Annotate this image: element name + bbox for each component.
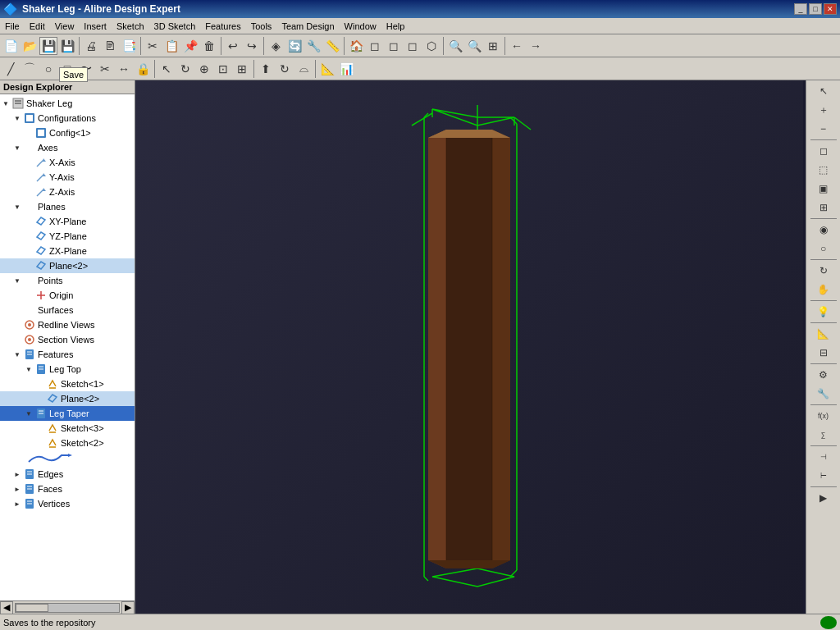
tree-node-yz-plane[interactable]: YZ-Plane: [0, 229, 135, 244]
rt-link-icon[interactable]: ⊢: [810, 467, 838, 485]
rotate-view-button[interactable]: ↻: [176, 60, 194, 78]
tree-node-axes[interactable]: ▼Axes: [0, 140, 135, 155]
menu-item-file[interactable]: File: [0, 20, 25, 33]
close-button[interactable]: ✕: [824, 3, 837, 15]
rt-plus-icon[interactable]: ＋: [810, 101, 838, 119]
select-tool-button[interactable]: ↖: [158, 60, 176, 78]
rt-shaded-icon[interactable]: ◉: [810, 221, 838, 239]
rt-light-icon[interactable]: 💡: [810, 303, 838, 321]
menu-item-edit[interactable]: Edit: [25, 20, 50, 33]
sketch-constraint-button[interactable]: 🔒: [134, 60, 152, 78]
tree-node-zx-plane[interactable]: ZX-Plane: [0, 244, 135, 258]
scrollbar-thumb[interactable]: [16, 604, 48, 612]
restore-button[interactable]: □: [809, 3, 822, 15]
delete-button[interactable]: 🗑: [200, 37, 218, 55]
tree-node-x-axis[interactable]: X-Axis: [0, 155, 135, 170]
rt-view4-icon[interactable]: ⊞: [810, 199, 838, 217]
tree-expand-faces[interactable]: ►: [11, 483, 23, 495]
tree-node-leg-top[interactable]: ▼Leg Top: [0, 362, 135, 377]
print-button[interactable]: 🖨: [82, 37, 100, 55]
rt-view1-icon[interactable]: ◻: [810, 142, 838, 160]
tree-area[interactable]: ▼Shaker Leg▼ConfigurationsConfig<1>▼Axes…: [0, 94, 135, 600]
tree-expand-leg-top[interactable]: ▼: [23, 363, 34, 375]
tree-expand-points[interactable]: ▼: [11, 275, 23, 286]
tree-node-plane2[interactable]: Plane<2>: [0, 258, 135, 273]
menu-item-window[interactable]: Window: [340, 20, 381, 33]
tree-node-y-axis[interactable]: Y-Axis: [0, 170, 135, 185]
tree-expand-configurations[interactable]: ▼: [11, 112, 23, 124]
view-home[interactable]: 🏠: [347, 37, 365, 55]
zoom-in-button[interactable]: 🔍: [446, 37, 464, 55]
rt-view2-icon[interactable]: ⬚: [810, 161, 838, 179]
tree-node-origin[interactable]: Origin: [0, 288, 135, 303]
rt-rotate-icon[interactable]: ↻: [810, 262, 838, 280]
pan-right-button[interactable]: →: [527, 37, 545, 55]
tree-node-configurations[interactable]: ▼Configurations: [0, 111, 135, 126]
rt-formula-icon[interactable]: ∑: [810, 426, 838, 444]
zoom-fit2-button[interactable]: ⊞: [233, 60, 251, 78]
tree-expand-leg-taper[interactable]: ▼: [23, 408, 34, 419]
rotate-button[interactable]: 🔄: [285, 37, 304, 55]
pan-left-button[interactable]: ←: [508, 37, 526, 55]
zoom-fit-button[interactable]: ⊞: [484, 37, 502, 55]
rt-settings-icon[interactable]: 🔧: [810, 385, 838, 403]
open-button[interactable]: 📂: [21, 37, 39, 55]
rt-collapse-icon[interactable]: ▶: [810, 489, 838, 507]
tree-node-xy-plane[interactable]: XY-Plane: [0, 214, 135, 229]
tree-node-surfaces[interactable]: Surfaces: [0, 303, 135, 317]
measure-button[interactable]: 📏: [323, 37, 341, 55]
menu-item-insert[interactable]: Insert: [79, 20, 112, 33]
analysis-button[interactable]: 📊: [337, 60, 355, 78]
tree-expand-planes[interactable]: ▼: [11, 201, 23, 212]
scroll-left-button[interactable]: ◀: [0, 601, 13, 614]
menu-item-help[interactable]: Help: [381, 20, 410, 33]
tree-scrollbar[interactable]: ◀ ▶: [0, 600, 135, 614]
tree-node-redline-views[interactable]: Redline Views: [0, 317, 135, 332]
tree-expand-shaker-leg[interactable]: ▼: [0, 98, 11, 109]
menu-item-sketch[interactable]: Sketch: [112, 20, 149, 33]
rt-section-icon[interactable]: ⊟: [810, 344, 838, 362]
select-button[interactable]: ◈: [267, 37, 285, 55]
menu-item-tools[interactable]: Tools: [246, 20, 277, 33]
rt-measure-icon[interactable]: 📐: [810, 325, 838, 343]
tree-node-points[interactable]: ▼Points: [0, 273, 135, 288]
zoom-extent-button[interactable]: ⊡: [214, 60, 232, 78]
sketch-circle-button[interactable]: ○: [39, 60, 57, 78]
measure2-button[interactable]: 📐: [318, 60, 336, 78]
pdf-button[interactable]: 📑: [120, 37, 138, 55]
sketch-rect-button[interactable]: □: [58, 60, 76, 78]
new-button[interactable]: 📄: [2, 37, 20, 55]
revolve-button[interactable]: ↻: [276, 60, 294, 78]
rt-pan-icon[interactable]: ✋: [810, 281, 838, 299]
tree-node-planes[interactable]: ▼Planes: [0, 199, 135, 214]
tree-expand-axes[interactable]: ▼: [11, 142, 23, 153]
tree-node-features[interactable]: ▼Features: [0, 347, 135, 362]
tree-node-shaker-leg[interactable]: ▼Shaker Leg: [0, 96, 135, 111]
zoom-out-button[interactable]: 🔍: [465, 37, 483, 55]
tree-node-sketch2[interactable]: Sketch<2>: [0, 436, 135, 450]
save-button[interactable]: 💾: [39, 37, 57, 55]
tree-expand-features[interactable]: ▼: [11, 349, 23, 360]
rt-view3-icon[interactable]: ▣: [810, 180, 838, 198]
extrude-button[interactable]: ⬆: [257, 60, 275, 78]
save-all-button[interactable]: 💾: [58, 37, 76, 55]
menu-item-team-design[interactable]: Team Design: [276, 20, 339, 33]
rt-fx-icon[interactable]: f(x): [810, 407, 838, 425]
minimize-button[interactable]: _: [794, 3, 807, 15]
tools-button[interactable]: 🔧: [304, 37, 322, 55]
view-front[interactable]: ◻: [366, 37, 384, 55]
view-top[interactable]: ◻: [404, 37, 422, 55]
sketch-trim-button[interactable]: ✂: [96, 60, 114, 78]
menu-item-features[interactable]: Features: [200, 20, 245, 33]
menu-item-view[interactable]: View: [50, 20, 80, 33]
tree-node-plane2b[interactable]: Plane<2>: [0, 391, 135, 406]
tree-node-edges[interactable]: ►Edges: [0, 467, 135, 482]
rt-gear-icon[interactable]: ⚙: [810, 366, 838, 384]
view-back[interactable]: ◻: [385, 37, 403, 55]
rt-select-icon[interactable]: ↖: [810, 82, 838, 100]
tree-node-faces[interactable]: ►Faces: [0, 482, 135, 496]
zoom-window-button[interactable]: ⊕: [195, 60, 213, 78]
rt-constraint-icon[interactable]: ⊣: [810, 448, 838, 466]
tree-node-section-views[interactable]: Section Views: [0, 332, 135, 347]
undo-button[interactable]: ↩: [224, 37, 242, 55]
